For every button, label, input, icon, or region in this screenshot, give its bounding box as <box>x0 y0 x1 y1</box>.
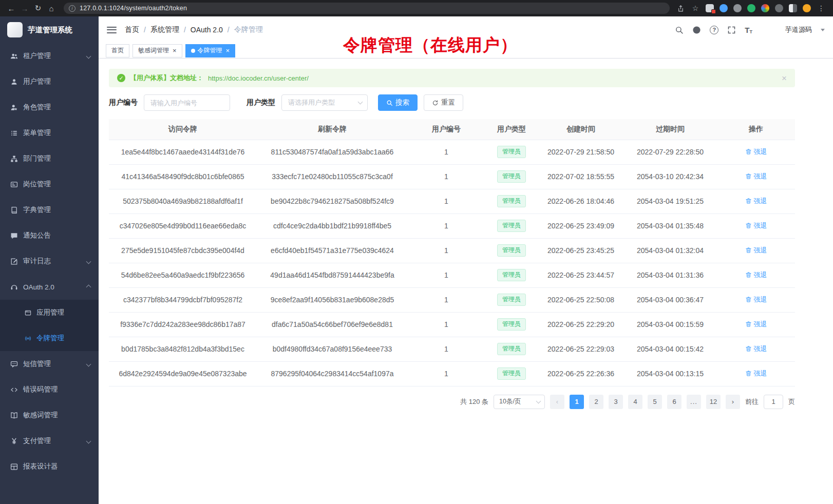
extension-icon-2[interactable] <box>720 4 728 12</box>
force-logout-button[interactable]: 强退 <box>745 369 767 378</box>
extension-icon-1[interactable] <box>706 4 714 12</box>
force-logout-button[interactable]: 强退 <box>745 246 767 255</box>
tab-令牌管理[interactable]: 令牌管理× <box>185 44 236 57</box>
action-cell: 强退 <box>717 337 795 361</box>
fullscreen-icon[interactable] <box>727 26 736 34</box>
next-page-button[interactable]: › <box>726 395 740 409</box>
user-id-cell: 1 <box>408 263 485 287</box>
sidebar-item-post[interactable]: 岗位管理 <box>0 171 99 197</box>
force-logout-button[interactable]: 强退 <box>745 295 767 304</box>
expire-time-cell: 2054-03-04 00:13:15 <box>623 361 717 386</box>
sidebar-item-user[interactable]: 用户管理 <box>0 69 99 94</box>
extension-icon-7[interactable] <box>789 4 797 12</box>
force-logout-button[interactable]: 强退 <box>745 147 767 157</box>
page-button-1[interactable]: 1 <box>570 395 584 409</box>
sidebar-item-oauth2-token[interactable]: 令牌管理 <box>0 325 99 351</box>
breadcrumb-item[interactable]: OAuth 2.0 <box>191 26 223 34</box>
sidebar-item-sms[interactable]: 短信管理 <box>0 351 99 377</box>
sidebar-item-audit-log[interactable]: 审计日志 <box>0 248 99 274</box>
force-logout-button[interactable]: 强退 <box>745 197 767 206</box>
search-button[interactable]: 搜索 <box>378 94 418 111</box>
sidebar-item-label: 报表设计器 <box>23 462 58 471</box>
github-icon[interactable] <box>692 26 701 34</box>
tab-首页[interactable]: 首页 <box>106 44 129 57</box>
create-time-cell: 2022-07-29 21:58:50 <box>538 140 623 164</box>
sidebar-item-dept[interactable]: 部门管理 <box>0 146 99 171</box>
page-button-3[interactable]: 3 <box>609 395 623 409</box>
browser-forward-icon[interactable]: → <box>18 2 31 14</box>
extension-icon-4[interactable] <box>747 4 755 12</box>
extension-icon-5[interactable] <box>761 4 769 12</box>
prev-page-button[interactable]: ‹ <box>550 395 564 409</box>
force-logout-button[interactable]: 强退 <box>745 320 767 329</box>
breadcrumb-item[interactable]: 首页 <box>125 25 139 34</box>
sidebar-item-tenant[interactable]: 租户管理 <box>0 43 99 69</box>
alert-text: 【用户体系】文档地址： <box>130 73 203 83</box>
sidebar-item-sensitive-word[interactable]: 敏感词管理 <box>0 402 99 428</box>
force-logout-label: 强退 <box>754 270 767 280</box>
extension-icon-6[interactable] <box>775 4 783 12</box>
goto-page-input[interactable] <box>764 395 783 409</box>
browser-reload-icon[interactable]: ↻ <box>32 2 44 14</box>
tab-close-icon[interactable]: × <box>226 47 230 54</box>
user-avatar[interactable] <box>761 22 777 37</box>
sidebar-item-role[interactable]: 角色管理 <box>0 94 99 120</box>
share-icon[interactable] <box>676 4 685 13</box>
hamburger-icon[interactable] <box>107 25 117 35</box>
sidebar-item-notice[interactable]: 通知公告 <box>0 223 99 248</box>
sidebar-item-oauth2[interactable]: OAuth 2.0 <box>0 274 99 300</box>
force-logout-button[interactable]: 强退 <box>745 172 767 181</box>
site-info-icon[interactable]: i <box>69 5 75 12</box>
user-type-select[interactable]: 请选择用户类型 <box>281 94 368 111</box>
sidebar-item-pay[interactable]: 支付管理 <box>0 428 99 454</box>
page-button-4[interactable]: 4 <box>628 395 642 409</box>
font-size-icon[interactable]: TT <box>745 26 752 34</box>
force-logout-button[interactable]: 强退 <box>745 270 767 280</box>
app-logo-row[interactable]: 芋道管理系统 <box>0 16 99 43</box>
sidebar-item-report-designer[interactable]: 报表设计器 <box>0 454 99 479</box>
url-text: 127.0.0.1:1024/system/oauth2/token <box>80 5 187 12</box>
sidebar-item-error-code[interactable]: 错误码管理 <box>0 377 99 402</box>
refresh-token-cell: 49d1aa46d1454fbd87591444423be9fa <box>257 263 408 287</box>
user-type-cell: 管理员 <box>485 140 538 164</box>
sidebar-item-oauth2-app[interactable]: 应用管理 <box>0 300 99 325</box>
search-icon[interactable] <box>675 26 684 34</box>
sidebar-item-menu[interactable]: 菜单管理 <box>0 120 99 146</box>
bookmark-star-icon[interactable]: ☆ <box>691 4 700 13</box>
tab-close-icon[interactable]: × <box>173 47 177 54</box>
page-button-5[interactable]: 5 <box>648 395 662 409</box>
force-logout-button[interactable]: 强退 <box>745 344 767 354</box>
tab-敏感词管理[interactable]: 敏感词管理× <box>132 44 182 57</box>
force-logout-button[interactable]: 强退 <box>745 221 767 230</box>
alert-link[interactable]: https://doc.iocoder.cn/user-center/ <box>208 74 309 82</box>
alert-close-icon[interactable]: × <box>782 74 787 83</box>
font-size-small-glyph: T <box>750 29 753 34</box>
user-id-cell: 1 <box>408 140 485 164</box>
browser-url-bar[interactable]: i 127.0.0.1:1024/system/oauth2/token <box>64 3 670 14</box>
browser-back-icon[interactable]: ← <box>5 2 17 14</box>
browser-menu-icon[interactable]: ⋮ <box>817 4 826 13</box>
help-icon[interactable]: ? <box>710 26 718 34</box>
page-size-select[interactable]: 10条/页 <box>494 395 545 409</box>
magnifier-icon <box>386 100 393 106</box>
sidebar-item-dict[interactable]: 字典管理 <box>0 197 99 223</box>
page-button-2[interactable]: 2 <box>589 395 603 409</box>
browser-profile-avatar[interactable] <box>803 4 811 12</box>
extension-icon-3[interactable] <box>733 4 742 12</box>
caret-down-icon[interactable] <box>821 29 825 31</box>
sidebar-item-label: 字典管理 <box>23 205 51 215</box>
user-id-input[interactable] <box>144 94 230 111</box>
reset-button[interactable]: 重置 <box>424 94 463 111</box>
breadcrumb-item: 令牌管理 <box>234 25 263 34</box>
user-id-cell: 1 <box>408 287 485 312</box>
user-type-select-placeholder: 请选择用户类型 <box>288 98 335 107</box>
user-name[interactable]: 芋道源码 <box>785 25 812 34</box>
refresh-token-cell: 333ecfc71e02480cb11055c875c3ca0f <box>257 164 408 189</box>
goto-label: 前往 <box>745 397 759 406</box>
browser-home-icon[interactable]: ⌂ <box>45 2 58 14</box>
breadcrumb-item[interactable]: 系统管理 <box>150 25 179 34</box>
page-button-12[interactable]: 12 <box>706 395 721 409</box>
page-button-6[interactable]: 6 <box>667 395 681 409</box>
force-logout-label: 强退 <box>754 320 767 329</box>
success-check-icon: ✓ <box>117 74 125 82</box>
